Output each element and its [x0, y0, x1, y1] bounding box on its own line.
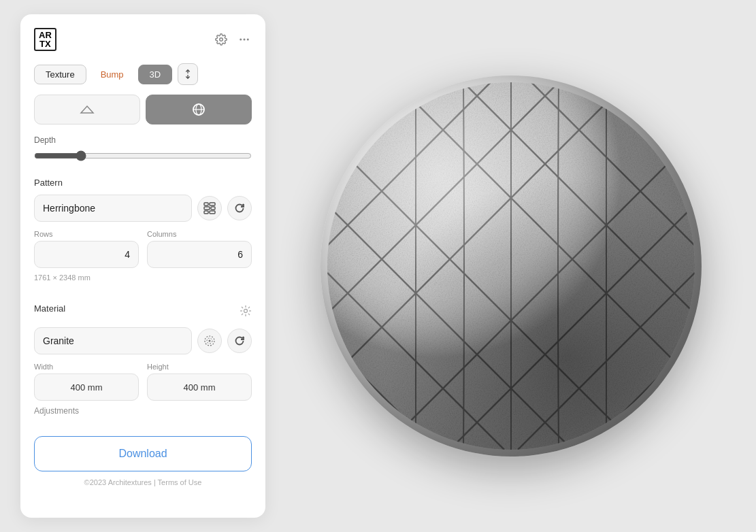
view-tabs: Texture Bump 3D: [34, 63, 252, 85]
depth-section: Depth: [34, 135, 252, 164]
svg-point-3: [247, 39, 249, 41]
height-input[interactable]: 400 mm: [147, 373, 252, 401]
svg-rect-10: [204, 207, 210, 210]
svg-point-1: [240, 39, 242, 41]
adjustments-label: Adjustments: [34, 406, 252, 416]
control-panel: AR TX Texture Bump 3D: [20, 14, 265, 518]
svg-rect-12: [204, 211, 208, 214]
download-button[interactable]: Download: [34, 436, 252, 471]
columns-wrap: Columns 6: [147, 230, 252, 268]
tab-3d[interactable]: 3D: [138, 65, 173, 84]
svg-point-50: [327, 82, 695, 450]
pattern-title: Pattern: [34, 178, 252, 188]
plane-button[interactable]: [34, 95, 140, 124]
settings-button[interactable]: [214, 32, 229, 47]
columns-label: Columns: [147, 230, 252, 238]
svg-rect-8: [204, 203, 208, 205]
svg-point-2: [244, 39, 246, 41]
material-section: Material Granite: [34, 303, 252, 427]
rows-input[interactable]: 4: [34, 241, 139, 268]
tab-texture[interactable]: Texture: [34, 65, 86, 84]
width-label: Width: [34, 363, 139, 371]
svg-line-43: [654, 409, 695, 450]
3d-sphere[interactable]: [321, 76, 702, 456]
logo-tx: TX: [39, 39, 51, 48]
shape-buttons: [34, 95, 252, 124]
more-button[interactable]: [237, 32, 252, 47]
tab-bump[interactable]: Bump: [89, 65, 135, 84]
pattern-section: Pattern Herringbone: [34, 178, 252, 293]
magic-icon[interactable]: [240, 305, 252, 320]
grid-inputs: Rows 4 Columns 6: [34, 230, 252, 268]
svg-point-22: [244, 309, 248, 312]
material-header: Material: [34, 303, 252, 320]
depth-label: Depth: [34, 135, 252, 145]
svg-point-25: [209, 340, 211, 342]
width-input[interactable]: 400 mm: [34, 373, 139, 401]
pattern-select-row: Herringbone: [34, 195, 252, 222]
logo: AR TX: [34, 28, 56, 51]
panel-header: AR TX: [34, 28, 252, 51]
material-texture-btn[interactable]: [197, 329, 222, 353]
width-wrap: Width 400 mm: [34, 363, 139, 401]
footer-text: ©2023 Architextures | Terms of Use: [34, 478, 252, 486]
height-wrap: Height 400 mm: [147, 363, 252, 401]
material-title: Material: [34, 303, 65, 314]
svg-rect-11: [211, 207, 215, 210]
sphere-button[interactable]: [146, 95, 252, 124]
header-icons: [214, 32, 252, 47]
material-refresh-btn[interactable]: [227, 329, 252, 353]
pattern-select[interactable]: Herringbone: [34, 195, 192, 222]
rows-wrap: Rows 4: [34, 230, 139, 268]
wh-inputs: Width 400 mm Height 400 mm: [34, 363, 252, 401]
svg-line-18: [242, 307, 243, 308]
svg-line-20: [248, 307, 250, 308]
svg-line-33: [327, 409, 368, 450]
svg-rect-13: [210, 211, 215, 214]
svg-line-38: [654, 82, 695, 123]
svg-line-19: [248, 313, 250, 314]
svg-point-0: [220, 38, 223, 41]
tab-arrow[interactable]: [178, 63, 198, 85]
svg-rect-9: [210, 203, 215, 205]
height-label: Height: [147, 363, 252, 371]
pattern-refresh-btn[interactable]: [227, 196, 252, 220]
pattern-icon-btn[interactable]: [197, 196, 222, 220]
svg-line-21: [242, 313, 243, 314]
preview-area: [265, 35, 756, 497]
sphere-container: [300, 35, 722, 497]
dimensions-text: 1761 × 2348 mm: [34, 273, 252, 282]
rows-label: Rows: [34, 230, 139, 238]
material-select-row: Granite: [34, 327, 252, 354]
columns-input[interactable]: 6: [147, 241, 252, 268]
svg-line-48: [327, 82, 368, 123]
depth-slider[interactable]: [34, 150, 252, 161]
svg-marker-4: [81, 106, 93, 113]
material-select[interactable]: Granite: [34, 327, 192, 354]
